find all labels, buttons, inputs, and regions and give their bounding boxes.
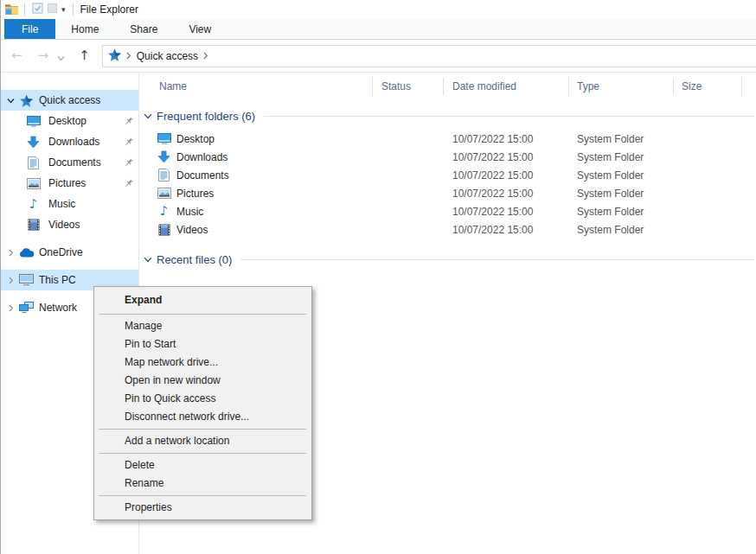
titlebar-separator <box>24 3 25 16</box>
network-icon <box>18 302 35 314</box>
sidebar-item-label: Videos <box>48 219 80 231</box>
file-type: System Folder <box>569 206 674 218</box>
desktop-icon <box>157 132 171 145</box>
qat-new-folder-button[interactable] <box>45 2 60 17</box>
column-header-type[interactable]: Type <box>569 78 674 95</box>
sidebar-item-onedrive[interactable]: OneDrive <box>1 242 138 263</box>
downloads-icon <box>25 136 42 149</box>
file-type: System Folder <box>569 188 674 200</box>
tab-home[interactable]: Home <box>55 19 114 39</box>
titlebar: ▾ File Explorer <box>1 0 756 19</box>
sidebar-item-quick-access[interactable]: Quick access <box>1 90 138 111</box>
sidebar-item-label: Pictures <box>48 177 86 189</box>
sidebar-item-pictures[interactable]: Pictures <box>1 173 138 194</box>
up-button[interactable]: ↑ <box>75 48 93 64</box>
chevron-down-icon <box>57 49 65 65</box>
column-header-status[interactable]: Status <box>373 78 444 95</box>
menu-item-rename[interactable]: Rename <box>94 474 311 493</box>
music-note-icon: ♪ <box>25 198 42 211</box>
sidebar-item-label: This PC <box>39 274 76 286</box>
context-menu-this-pc: Expand Manage Pin to Start Map network d… <box>93 286 312 520</box>
menu-item-pin-to-quick-access[interactable]: Pin to Quick access <box>94 390 311 408</box>
menu-item-delete[interactable]: Delete <box>94 456 311 474</box>
chevron-right-icon[interactable] <box>5 277 16 284</box>
back-button[interactable]: ← <box>8 48 26 64</box>
file-explorer-logo-icon <box>4 3 19 16</box>
file-date-modified: 10/07/2022 15:00 <box>444 206 569 218</box>
onedrive-cloud-icon <box>18 248 35 258</box>
group-header-rule <box>264 116 755 117</box>
chevron-down-icon[interactable] <box>144 257 152 263</box>
file-name: Music <box>176 206 203 218</box>
file-row-documents[interactable]: Documents 10/07/2022 15:00 System Folder <box>140 166 756 184</box>
recent-locations-dropdown[interactable] <box>54 46 68 66</box>
sidebar-item-music[interactable]: ♪ Music <box>1 194 138 214</box>
frequent-folders-rows: Desktop 10/07/2022 15:00 System Folder D… <box>140 130 756 239</box>
file-type: System Folder <box>569 224 674 236</box>
downloads-icon <box>157 150 171 163</box>
file-name: Documents <box>176 169 229 181</box>
chevron-right-icon[interactable] <box>5 249 16 257</box>
breadcrumb-quick-access[interactable]: Quick access <box>137 50 198 62</box>
sidebar-item-label: Documents <box>48 156 101 169</box>
sidebar-item-label: Downloads <box>48 136 99 148</box>
menu-item-disconnect-network-drive[interactable]: Disconnect network drive... <box>94 408 311 426</box>
sidebar-item-label: Quick access <box>39 94 100 106</box>
desktop-icon <box>25 115 42 128</box>
column-header-size[interactable]: Size <box>674 78 742 95</box>
sidebar-item-label: OneDrive <box>39 246 83 258</box>
quick-access-star-icon <box>108 48 121 64</box>
column-header-row: Name Status Date modified Type Size <box>140 73 756 99</box>
file-row-videos[interactable]: Videos 10/07/2022 15:00 System Folder <box>140 220 756 239</box>
file-name: Desktop <box>176 133 215 145</box>
this-pc-monitor-icon <box>18 274 35 286</box>
music-note-icon: ♪ <box>157 205 171 218</box>
group-header-label: Frequent folders (6) <box>157 110 255 123</box>
sidebar-item-downloads[interactable]: Downloads <box>1 131 138 152</box>
qat-customize-dropdown[interactable]: ▾ <box>60 4 67 15</box>
menu-item-open-in-new-window[interactable]: Open in new window <box>94 372 311 390</box>
menu-item-map-network-drive[interactable]: Map network drive... <box>94 353 311 372</box>
videos-film-icon <box>157 224 171 236</box>
group-header-recent-files[interactable]: Recent files (0) <box>140 250 756 269</box>
menu-item-add-network-location[interactable]: Add a network location <box>94 432 311 450</box>
ribbon-tab-bar: File Home Share View <box>1 19 756 40</box>
file-row-pictures[interactable]: Pictures 10/07/2022 15:00 System Folder <box>140 184 756 202</box>
sidebar-item-documents[interactable]: Documents <box>1 152 138 173</box>
file-type: System Folder <box>569 133 674 145</box>
chevron-down-icon[interactable] <box>144 113 152 119</box>
menu-item-properties[interactable]: Properties <box>94 499 311 517</box>
menu-separator <box>99 495 306 496</box>
sidebar-item-desktop[interactable]: Desktop <box>1 111 138 131</box>
forward-button[interactable]: → <box>35 48 53 64</box>
sidebar-item-label: Desktop <box>48 115 86 127</box>
sidebar-item-videos[interactable]: Videos <box>1 214 138 235</box>
menu-separator <box>99 453 306 454</box>
column-header-name[interactable]: Name <box>140 78 373 95</box>
column-header-date-modified[interactable]: Date modified <box>444 78 569 95</box>
sidebar-item-label: Network <box>39 302 77 314</box>
breadcrumb-chevron-icon[interactable] <box>203 52 208 60</box>
file-row-desktop[interactable]: Desktop 10/07/2022 15:00 System Folder <box>140 130 756 148</box>
file-row-music[interactable]: ♪ Music 10/07/2022 15:00 System Folder <box>140 202 756 220</box>
quick-access-star-icon <box>18 94 35 107</box>
qat-properties-button[interactable] <box>30 2 45 17</box>
navigation-bar: ← → ↑ Quick access <box>1 40 756 73</box>
group-header-frequent-folders[interactable]: Frequent folders (6) <box>140 106 756 125</box>
file-date-modified: 10/07/2022 15:00 <box>444 151 569 163</box>
tab-share[interactable]: Share <box>114 19 173 39</box>
address-bar[interactable]: Quick access <box>102 45 756 67</box>
chevron-right-icon[interactable] <box>5 304 16 312</box>
chevron-down-icon[interactable] <box>5 98 16 104</box>
menu-item-manage[interactable]: Manage <box>94 317 311 335</box>
tab-view[interactable]: View <box>173 19 227 39</box>
sidebar-item-label: Music <box>48 198 75 210</box>
menu-item-expand[interactable]: Expand <box>94 290 311 311</box>
videos-film-icon <box>25 219 42 231</box>
tab-file[interactable]: File <box>4 19 55 39</box>
file-date-modified: 10/07/2022 15:00 <box>444 169 569 181</box>
menu-item-pin-to-start[interactable]: Pin to Start <box>94 335 311 353</box>
file-row-downloads[interactable]: Downloads 10/07/2022 15:00 System Folder <box>140 148 756 166</box>
file-date-modified: 10/07/2022 15:00 <box>444 133 569 145</box>
documents-icon <box>25 156 42 169</box>
